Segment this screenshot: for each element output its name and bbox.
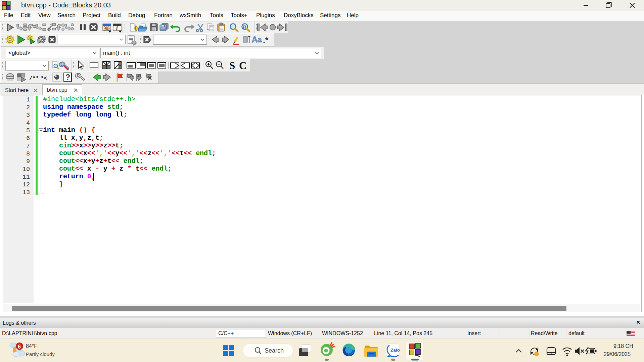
svg-text:Search: Search (265, 347, 284, 354)
svg-text:C: C (239, 60, 246, 71)
svg-text:i: i (116, 25, 118, 31)
svg-text:Aa: Aa (252, 35, 262, 44)
svg-text:S: S (229, 60, 235, 71)
svg-text:R: R (243, 25, 246, 30)
svg-text:?: ? (65, 73, 70, 82)
svg-text:6: 6 (18, 344, 21, 350)
svg-text:/**: /** (29, 76, 39, 82)
svg-text:Zalo: Zalo (390, 348, 400, 353)
svg-text:*<: *< (41, 76, 47, 82)
svg-text:.*: .* (263, 36, 269, 45)
